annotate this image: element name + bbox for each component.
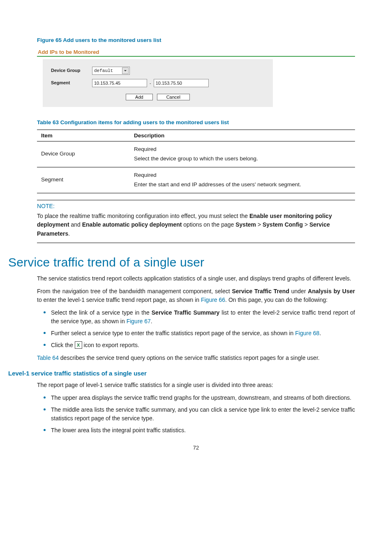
add-button[interactable]: Add <box>126 94 153 100</box>
device-group-select[interactable]: default <box>92 67 130 75</box>
page-number: 72 <box>37 445 355 451</box>
list-item: Further select a service type to enter t… <box>51 329 355 338</box>
cell-item: Device Group <box>37 141 130 167</box>
table63-caption: Table 63 Configuration items for adding … <box>37 119 355 125</box>
chevron-down-icon[interactable] <box>122 67 129 74</box>
table64-paragraph: Table 64 describes the service trend que… <box>37 354 355 362</box>
figure67-link[interactable]: Figure 67 <box>127 318 151 324</box>
list-item: The lower area lists the integral point … <box>51 426 355 435</box>
panel-divider <box>37 56 355 57</box>
cell-desc: Required Enter the start and end IP addr… <box>130 167 355 193</box>
cell-item: Segment <box>37 167 130 193</box>
list-item: Select the link of a service type in the… <box>51 308 355 326</box>
cell-desc: Required Select the device group to whic… <box>130 141 355 167</box>
th-desc: Description <box>130 130 355 141</box>
segment-label: Segment <box>51 80 92 86</box>
table64-link[interactable]: Table 64 <box>37 355 59 361</box>
device-group-value: default <box>94 68 113 73</box>
th-item: Item <box>37 130 130 141</box>
bullet-list-1: Select the link of a service type in the… <box>37 308 355 350</box>
figure-panel: Add IPs to be Monitored Device Group def… <box>37 49 355 107</box>
section-heading: Service traffic trend of a single user <box>8 255 355 269</box>
figure66-link[interactable]: Figure 66 <box>201 297 225 303</box>
list-item: The upper area displays the service traf… <box>51 394 355 402</box>
intro-paragraph: The service statistics trend report coll… <box>37 274 355 283</box>
figure-caption: Figure 65 Add users to the monitored use… <box>37 37 355 43</box>
segment-end-input[interactable]: 10.153.75.50 <box>154 79 209 87</box>
bullet-list-2: The upper area displays the service traf… <box>37 394 355 435</box>
export-icon[interactable]: X <box>75 341 82 349</box>
list-item: The middle area lists the service traffi… <box>51 406 355 423</box>
note-body: To place the realtime traffic monitoring… <box>37 212 355 239</box>
note-divider-top <box>37 200 355 200</box>
subsection-heading: Level-1 service traffic statistics of a … <box>8 370 355 377</box>
table-row: Device Group Required Select the device … <box>37 141 355 167</box>
note-divider-bottom <box>37 243 355 243</box>
form-panel: Device Group default Segment 10.153.75.4… <box>43 59 273 107</box>
panel-title: Add IPs to be Monitored <box>37 49 355 55</box>
table63: Item Description Device Group Required S… <box>37 130 355 193</box>
device-group-label: Device Group <box>51 68 92 73</box>
level1-intro: The report page of level-1 service traff… <box>37 381 355 389</box>
note-title: NOTE: <box>37 203 355 209</box>
nav-paragraph: From the navigation tree of the bandwidt… <box>37 287 355 304</box>
segment-separator: - <box>150 81 151 86</box>
figure68-link[interactable]: Figure 68 <box>295 330 319 336</box>
list-item: Click the X icon to export reports. <box>51 341 355 350</box>
segment-start-input[interactable]: 10.153.75.45 <box>92 79 147 87</box>
table-row: Segment Required Enter the start and end… <box>37 167 355 193</box>
cancel-button[interactable]: Cancel <box>157 94 190 100</box>
